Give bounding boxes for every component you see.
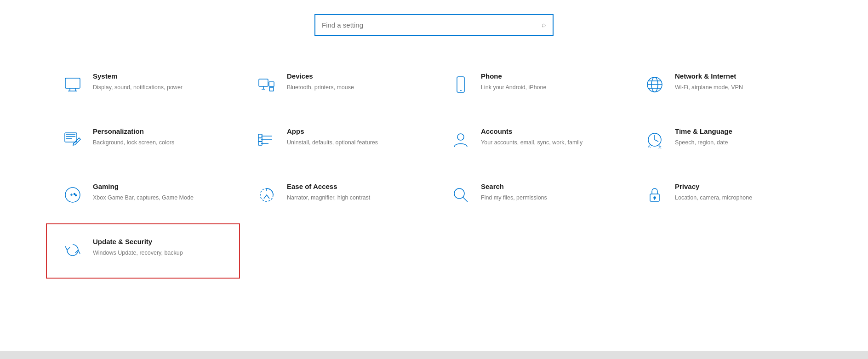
ease-icon [255,183,279,207]
bottom-bar [0,351,868,359]
apps-icon [255,128,279,152]
setting-item-phone[interactable]: PhoneLink your Android, iPhone [434,58,628,113]
setting-desc-devices: Bluetooth, printers, mouse [287,83,354,92]
setting-item-personalization[interactable]: PersonalizationBackground, lock screen, … [46,113,240,168]
devices-icon [255,73,279,97]
gaming-icon [61,183,85,207]
setting-item-time[interactable]: A文Time & LanguageSpeech, region, date [628,113,822,168]
setting-desc-privacy: Location, camera, microphone [675,194,752,202]
svg-rect-0 [65,78,80,88]
phone-icon [449,73,473,97]
svg-rect-16 [65,133,77,142]
time-icon: A文 [643,128,667,152]
privacy-icon [643,183,667,207]
svg-line-30 [655,140,658,142]
setting-item-search[interactable]: SearchFind my files, permissions [434,168,628,223]
setting-item-update[interactable]: Update & SecurityWindows Update, recover… [46,223,240,279]
setting-title-network: Network & Internet [675,72,743,81]
setting-title-gaming: Gaming [93,182,194,191]
setting-item-gaming[interactable]: GamingXbox Game Bar, captures, Game Mode [46,168,240,223]
svg-rect-8 [269,87,274,91]
search-container: ⌕ [0,14,868,36]
setting-desc-gaming: Xbox Game Bar, captures, Game Mode [93,194,194,202]
svg-point-41 [454,188,464,199]
setting-desc-apps: Uninstall, defaults, optional features [287,138,378,147]
setting-desc-network: Wi-Fi, airplane mode, VPN [675,83,743,92]
svg-point-36 [74,194,75,195]
system-icon [61,73,85,97]
search-input[interactable] [322,21,542,29]
svg-rect-5 [269,82,274,86]
setting-item-system[interactable]: SystemDisplay, sound, notifications, pow… [46,58,240,113]
setting-item-network[interactable]: Network & InternetWi-Fi, airplane mode, … [628,58,822,113]
search-icon: ⌕ [542,21,546,29]
setting-title-system: System [93,72,183,81]
search-box: ⌕ [314,14,554,36]
svg-point-44 [654,197,656,199]
setting-title-apps: Apps [287,127,378,136]
setting-title-devices: Devices [287,72,354,81]
search-icon [449,183,473,207]
setting-title-accounts: Accounts [481,127,582,136]
svg-text:A: A [648,144,651,149]
personalization-icon [61,128,85,152]
setting-desc-accounts: Your accounts, email, sync, work, family [481,138,582,147]
setting-item-privacy[interactable]: PrivacyLocation, camera, microphone [628,168,822,223]
setting-desc-time: Speech, region, date [675,138,732,147]
setting-desc-ease: Narrator, magnifier, high contrast [287,194,370,202]
setting-title-time: Time & Language [675,127,732,136]
setting-item-ease[interactable]: Ease of AccessNarrator, magnifier, high … [240,168,434,223]
network-icon [643,73,667,97]
setting-item-devices[interactable]: DevicesBluetooth, printers, mouse [240,58,434,113]
update-icon [61,238,85,262]
setting-title-search: Search [481,182,547,191]
settings-grid: SystemDisplay, sound, notifications, pow… [0,58,868,279]
setting-desc-phone: Link your Android, iPhone [481,83,546,92]
setting-title-personalization: Personalization [93,127,174,136]
setting-desc-search: Find my files, permissions [481,194,547,202]
setting-title-ease: Ease of Access [287,182,370,191]
svg-point-37 [75,195,77,196]
setting-desc-update: Windows Update, recovery, backup [93,249,183,257]
setting-title-privacy: Privacy [675,182,752,191]
accounts-icon [449,128,473,152]
svg-point-27 [457,134,464,140]
svg-text:文: 文 [658,145,662,148]
svg-rect-9 [457,77,464,92]
setting-desc-system: Display, sound, notifications, power [93,83,183,92]
setting-item-apps[interactable]: AppsUninstall, defaults, optional featur… [240,113,434,168]
svg-line-42 [463,197,468,202]
setting-item-accounts[interactable]: AccountsYour accounts, email, sync, work… [434,113,628,168]
setting-desc-personalization: Background, lock screen, colors [93,138,174,147]
setting-title-phone: Phone [481,72,546,81]
svg-rect-4 [259,79,268,86]
setting-title-update: Update & Security [93,237,183,246]
